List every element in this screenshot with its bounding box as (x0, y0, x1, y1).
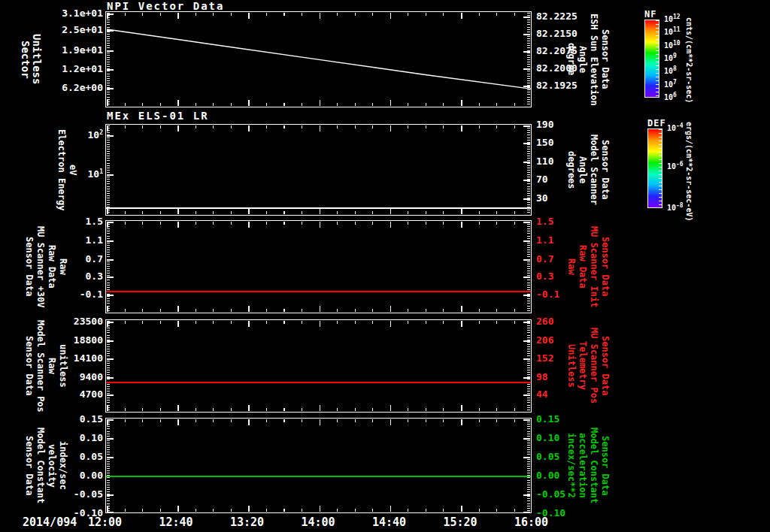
time-tick-label: 14:00 (302, 515, 335, 529)
y-major-tick (107, 135, 114, 137)
tick-comb-x (107, 405, 530, 411)
y-tick-label: 110 (536, 156, 553, 167)
y-major-tick (523, 457, 530, 458)
colorbar-gradient (647, 128, 662, 208)
y-major-tick (523, 494, 530, 496)
axis-label-line: eV (68, 165, 77, 175)
y-tick-label: 0.10 (536, 433, 559, 443)
axis-label-line: Angle (578, 156, 587, 183)
y-major-tick (523, 377, 530, 379)
tick-comb-y (107, 222, 110, 312)
panel-model-scanner-pos-line (105, 319, 532, 413)
y-tick-label: 260 (536, 316, 553, 327)
y-major-tick (523, 162, 530, 163)
y-major-tick (523, 438, 530, 440)
axis-label-line: ESH Sun Elevation (589, 14, 599, 106)
tick-comb-y (107, 321, 110, 411)
colorbar-units-text: ergs/(cm**2-sr-sec-eV) (684, 122, 694, 221)
y-major-tick (523, 143, 530, 144)
y-tick-label: 0.15 (536, 414, 559, 425)
tick-comb-x (107, 419, 530, 425)
sun-elevation-overlay-line (107, 13, 532, 107)
y-major-tick (107, 438, 114, 440)
colorbar-title: NF (644, 9, 656, 20)
axis-label-line: incex/sec**2 (566, 433, 576, 498)
colorbar-tick-label: 108 (664, 67, 677, 75)
axis-label-line: Sensor Data (600, 237, 610, 296)
y-major-tick (107, 377, 114, 379)
colorbar-title: DEF (647, 118, 666, 128)
y-tick-label: 190 (536, 119, 553, 130)
vertical-axis-label: Sensor DataModel ScannerAngledegrees (566, 124, 610, 216)
colorbar-tick-label: 107 (664, 80, 677, 89)
axis-label-line: Unitless (32, 34, 41, 84)
y-major-tick (107, 277, 114, 278)
y-tick-label: -0.1 (536, 289, 559, 300)
axis-label-line: Model Constant (35, 428, 45, 503)
y-major-tick (523, 322, 530, 323)
y-major-tick (523, 180, 530, 181)
axis-label-line: Raw Data (578, 245, 587, 289)
panel-npi-sector-spectrogram (105, 11, 532, 107)
axis-label-line: Sensor Data (24, 336, 34, 395)
tick-comb-y (527, 419, 530, 512)
colorbar-tick-comb (659, 129, 662, 207)
axis-label-line: Angle (578, 46, 587, 73)
colorbar-tick-label: 1011 (664, 28, 681, 36)
data-line (106, 291, 531, 292)
axis-label-line: velocity (47, 444, 56, 488)
axis-label-line: Electron Energy (56, 129, 66, 210)
y-tick-label: 206 (536, 335, 553, 346)
time-tick-label: 13:20 (230, 515, 264, 529)
vertical-axis-label: Sensor DataESH Sun ElevationAngledegree (566, 11, 610, 107)
y-major-tick (523, 394, 530, 396)
axis-label-line: Sensor Data (600, 336, 610, 395)
axis-label-line: Telemetry (578, 341, 587, 390)
axis-label-line: Sensor Data (600, 29, 610, 89)
y-tick-label: 0.05 (536, 452, 559, 462)
panel-els-energy-spectrogram (105, 124, 532, 216)
colorbar-units-label: ergs/(cm**2-sr-sec-eV) (681, 120, 696, 222)
vertical-axis-label: Sensor DataModel Constantvelocityindex/s… (23, 418, 69, 513)
axis-label-line: degree (566, 43, 576, 75)
vertical-axis-label: Sensor DataModel Constantaccelerationinc… (566, 418, 610, 513)
axis-label-line: MU Scanner +30V (35, 226, 45, 307)
axis-label-line: Model Scanner Pos (35, 320, 45, 413)
axis-label-line: Model Scanner (589, 135, 599, 205)
colorbar-gradient (644, 20, 659, 98)
y-tick-label: 70 (536, 174, 548, 185)
y-major-tick (107, 512, 114, 513)
time-tick-label: 14:40 (372, 515, 406, 529)
colorbar-tick-label: 106 (664, 93, 677, 101)
axis-label-line: MU Scanner Init (589, 226, 599, 307)
y-major-tick (107, 358, 114, 360)
y-major-tick (107, 222, 114, 223)
axis-label-line: Sensor Data (24, 237, 34, 296)
axis-label-line: Sensor Data (600, 436, 610, 495)
y-major-tick (523, 358, 530, 360)
axis-label-line: Raw (47, 358, 56, 374)
y-major-tick (523, 240, 530, 242)
colorbar-tick-comb (656, 20, 659, 97)
panel1-title: NPI Vector Data (107, 0, 224, 12)
multi-panel-science-plot: NPI Vector Data MEx ELS-01 LR 2014/094 1… (0, 0, 770, 532)
axis-label-line: Sensor Data (24, 436, 34, 495)
vertical-axis-label: Sensor DataMU Scanner InitRaw DataRaw (566, 220, 610, 313)
y-major-tick (523, 277, 530, 278)
colorbar-tick-label: 1010 (664, 41, 681, 50)
axis-label-line: degrees (566, 151, 576, 189)
axis-label-line: index/sec (58, 441, 68, 490)
colorbar-tick-label: 109 (664, 54, 677, 62)
y-tick-label: -0.10 (536, 508, 565, 518)
y-major-tick (107, 494, 114, 496)
tick-comb-y (107, 419, 110, 512)
time-tick-label: 12:40 (159, 515, 193, 529)
y-major-tick (107, 419, 114, 421)
y-tick-label: 0.7 (536, 254, 553, 264)
vertical-axis-label: Sensor DataMU Scanner +30VRaw DataRaw (23, 220, 69, 313)
tick-comb-x (107, 321, 530, 327)
y-tick-label: 1.5 (536, 216, 553, 227)
vertical-axis-label: Electron EnergyeV (44, 124, 90, 216)
axis-label-line: Model Constant (589, 428, 599, 503)
els-spectrogram-canvas (107, 125, 532, 216)
